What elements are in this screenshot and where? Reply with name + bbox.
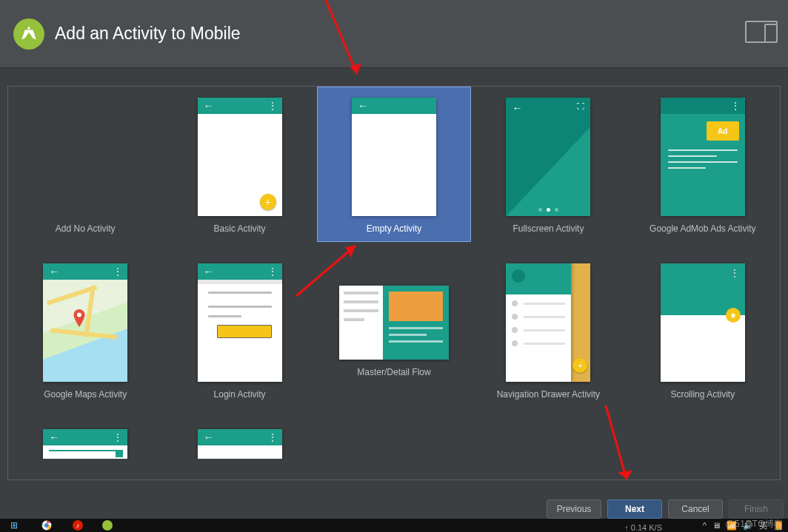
tile-label: Navigation Drawer Activity (497, 389, 600, 400)
netease-music-icon[interactable]: ♪ (73, 520, 83, 531)
tile-label: Empty Activity (367, 223, 422, 234)
back-arrow-icon: ← (204, 101, 214, 111)
tile-label: Fullscreen Activity (512, 223, 584, 234)
back-arrow-icon: ← (204, 432, 214, 442)
overflow-icon: ⋮ (730, 268, 739, 278)
page-title: Add an Activity to Mobile (55, 24, 241, 44)
activity-template-gallery: Add No Activity ←⋮ + Basic Activity ← Em… (7, 86, 781, 480)
overflow-icon: ⋮ (268, 101, 276, 110)
fab-icon: + (260, 194, 276, 210)
back-arrow-icon: ← (512, 102, 522, 114)
fullscreen-icon: ⛶ (577, 102, 584, 110)
fab-icon: + (572, 358, 587, 373)
overflow-icon: ⋮ (113, 267, 121, 276)
tray-expand-icon[interactable]: ^ (703, 521, 707, 530)
tile-add-no-activity[interactable]: Add No Activity (8, 87, 162, 242)
tile-label: Google AdMob Ads Activity (650, 223, 755, 234)
tile-login-activity[interactable]: ←⋮ Login Activity (162, 252, 316, 408)
tile-partial-settings[interactable]: ←⋮ (8, 418, 162, 459)
tray-monitor-icon[interactable]: 🖥 (712, 521, 721, 530)
wizard-header: Add an Activity to Mobile (0, 0, 788, 68)
tile-partial-tabbed[interactable]: ←⋮ (162, 418, 316, 459)
wizard-footer: Previous Next Cancel Finish (547, 499, 788, 519)
android-studio-taskbar-icon[interactable] (102, 520, 113, 531)
chrome-icon[interactable] (40, 520, 53, 531)
watermark-text: @51CTO博客 (725, 518, 784, 531)
tile-label: Google Maps Activity (44, 389, 127, 400)
overflow-icon: ⋮ (113, 433, 121, 442)
tile-empty-activity[interactable]: ← Empty Activity (317, 87, 471, 242)
tile-master-detail-flow[interactable]: Master/Detail Flow (317, 252, 471, 408)
start-button-icon[interactable]: ⊞ (7, 520, 21, 531)
overflow-icon: ⋮ (268, 267, 276, 276)
tile-label: Master/Detail Flow (357, 367, 430, 377)
star-fab-icon: ★ (726, 308, 741, 323)
tile-scrolling-activity[interactable]: ⋮ ★ Scrolling Activity (626, 252, 780, 408)
tile-label: Basic Activity (214, 223, 266, 234)
back-arrow-icon: ← (204, 266, 214, 277)
tile-google-maps-activity[interactable]: ←⋮ Google Maps Activity (8, 252, 162, 408)
back-arrow-icon: ← (49, 432, 59, 442)
network-speed-indicator: ↑ 0.14 K/S (624, 523, 662, 532)
next-button[interactable]: Next (607, 499, 662, 519)
overflow-icon: ⋮ (731, 101, 739, 110)
tile-basic-activity[interactable]: ←⋮ + Basic Activity (162, 87, 316, 242)
tile-label: Login Activity (214, 389, 266, 400)
cancel-button[interactable]: Cancel (668, 499, 723, 519)
back-arrow-icon: ← (49, 266, 59, 277)
android-studio-logo-icon (13, 18, 44, 50)
tile-fullscreen-activity[interactable]: ← ⛶ Fullscreen Activity (471, 87, 625, 242)
windows-taskbar: ⊞ ♪ (0, 519, 788, 532)
form-factor-icon (745, 21, 778, 43)
overflow-icon: ⋮ (268, 433, 276, 442)
tile-navigation-drawer-activity[interactable]: + Navigation Drawer Activity (471, 252, 625, 408)
map-pin-icon (73, 309, 86, 330)
ad-badge: Ad (707, 121, 739, 141)
finish-button: Finish (729, 499, 784, 519)
tile-label: Add No Activity (56, 223, 116, 234)
svg-point-0 (77, 313, 81, 317)
back-arrow-icon: ← (358, 101, 368, 111)
previous-button[interactable]: Previous (547, 499, 601, 519)
tile-admob-activity[interactable]: ⋮ Ad Google AdMob Ads Activity (626, 87, 780, 242)
tile-label: Scrolling Activity (670, 389, 735, 400)
